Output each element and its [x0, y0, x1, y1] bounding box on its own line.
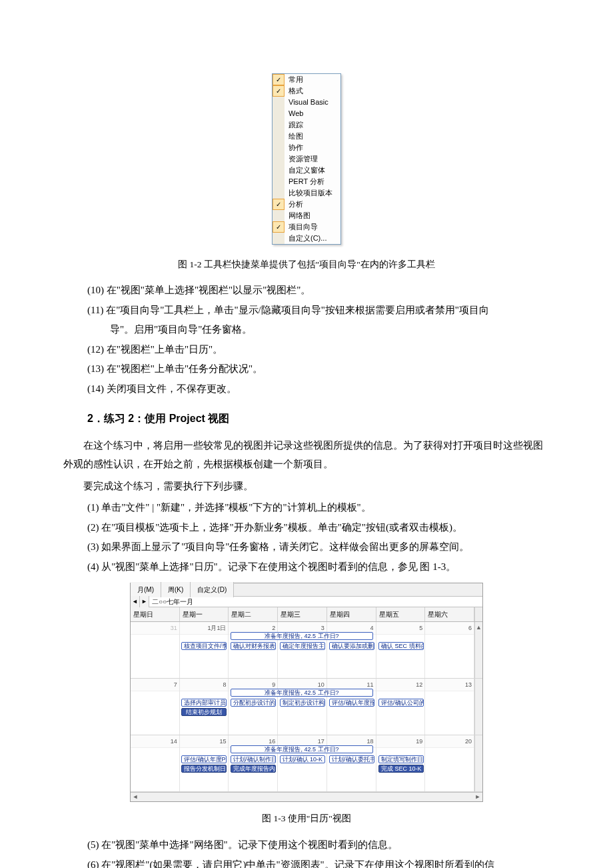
calendar-task-span[interactable]: 准备年度报告, 42.5 工作日?: [231, 632, 373, 640]
calendar-day-cell[interactable]: 11: [327, 679, 376, 735]
menu-item[interactable]: ✓格式: [273, 85, 340, 97]
calendar-task-bar[interactable]: 评估/确认年度报: [329, 699, 374, 707]
calendar-day-cell[interactable]: 12: [376, 679, 426, 735]
calendar-week-row: 311月1日23456▲准备年度报告, 42.5 工作日?核查项目文件/李确认对…: [131, 622, 482, 679]
calendar-task-bar[interactable]: 确定年度报告主: [280, 642, 325, 650]
figure-1-2: ✓常用✓格式Visual BasicWeb跟踪绘图协作资源管理自定义窗体PERT…: [63, 73, 550, 251]
menu-item[interactable]: Visual Basic: [273, 97, 340, 108]
step-14: (14) 关闭项目文件，不保存更改。: [63, 379, 550, 399]
calendar-task-bar[interactable]: 确认对财务报表: [231, 642, 276, 650]
calendar-day-number: 12: [376, 679, 425, 691]
calendar-task-bar[interactable]: 分配初步设计的: [231, 699, 276, 707]
calendar-vscroll-segment[interactable]: [474, 679, 482, 735]
calendar-task-bar[interactable]: 确认要添加或删: [329, 642, 374, 650]
menu-item[interactable]: 自定义窗体: [273, 165, 340, 176]
step-5: (5) 在"视图"菜单中选择"网络图"。记录下使用这个视图时看到的信息。: [63, 835, 550, 855]
calendar-vscroll-segment[interactable]: [474, 735, 482, 791]
menu-item[interactable]: 协作: [273, 142, 340, 153]
calendar-day-number: 7: [131, 679, 179, 691]
calendar-day-cell[interactable]: 3: [278, 622, 327, 678]
calendar-day-cell[interactable]: 7: [131, 679, 180, 735]
check-icon: [273, 119, 285, 131]
menu-item[interactable]: ✓项目向导: [273, 221, 340, 233]
menu-item[interactable]: 比较项目版本: [273, 187, 340, 199]
calendar-day-number: 6: [425, 622, 474, 635]
calendar-day-cell[interactable]: 13: [425, 679, 474, 735]
calendar-task-bar[interactable]: 评估/确认年度P: [181, 755, 227, 763]
step-10: (10) 在"视图"菜单上选择"视图栏"以显示"视图栏"。: [63, 281, 550, 300]
prev-month-button[interactable]: ◄: [131, 596, 140, 607]
calendar-task-span[interactable]: 准备年度报告, 42.5 工作日?: [231, 689, 373, 697]
step-6: (6) 在"视图栏"(如果需要，请启用它)中单击"资源图表"。记录下在使用这个视…: [63, 855, 550, 868]
menu-item[interactable]: PERT 分析: [273, 176, 340, 187]
calendar-day-cell[interactable]: 8: [180, 679, 229, 735]
menu-item[interactable]: ✓常用: [273, 74, 340, 85]
calendar-task-span[interactable]: 准备年度报告, 42.5 工作日?: [231, 745, 373, 753]
step-11-cont: 导"。启用"项目向导"任务窗格。: [63, 320, 550, 339]
calendar-day-header-cell: 星期四: [327, 607, 376, 621]
calendar-day-cell[interactable]: 1月1日: [180, 622, 229, 678]
calendar-day-number: 8: [180, 679, 229, 691]
calendar-month-label: 二○○七年一月: [149, 595, 205, 608]
menu-item-label: 资源管理: [285, 155, 318, 163]
calendar-day-cell[interactable]: 15: [180, 735, 229, 791]
calendar-week-row: 78910111213准备年度报告, 42.5 工作日?选择内部审计员分配初步设…: [131, 679, 482, 735]
calendar-day-cell[interactable]: 9: [229, 679, 278, 735]
check-icon: [273, 210, 285, 221]
calendar-task-bar[interactable]: 计划/确认 10-K: [280, 755, 325, 763]
calendar-task-bar-done[interactable]: 结束初步规划: [181, 708, 227, 716]
calendar-task-bar-done[interactable]: 报告分发机制日: [181, 765, 227, 773]
calendar-day-header-cell: 星期五: [376, 607, 426, 621]
calendar-task-bar[interactable]: 评估/确认公司的: [378, 699, 424, 707]
calendar-vscroll-header: [474, 607, 482, 621]
menu-item[interactable]: 自定义(C)...: [273, 233, 340, 244]
menu-item[interactable]: 绘图: [273, 131, 340, 142]
check-icon: [273, 131, 285, 142]
calendar-task-bar[interactable]: 选择内部审计员: [181, 699, 227, 707]
calendar-day-cell[interactable]: 16: [229, 735, 278, 791]
menu-item[interactable]: 跟踪: [273, 119, 340, 131]
calendar-day-cell[interactable]: 31: [131, 622, 180, 678]
calendar-day-cell[interactable]: 6: [425, 622, 474, 678]
menu-item[interactable]: 网络图: [273, 210, 340, 221]
calendar-day-cell[interactable]: 14: [131, 735, 180, 791]
calendar-task-bar[interactable]: 核查项目文件/李: [181, 642, 227, 650]
calendar-day-cell[interactable]: 10: [278, 679, 327, 735]
calendar-hscrollbar[interactable]: ◄ ►: [131, 792, 482, 801]
calendar-task-bar-done[interactable]: 完成年度报告内: [231, 765, 276, 773]
step-11: (11) 在"项目向导"工具栏上，单击"显示/隐藏项目向导"按钮来根据需要启用或…: [63, 301, 550, 320]
calendar-day-cell[interactable]: 20: [425, 735, 474, 791]
calendar-day-number: 31: [131, 622, 179, 635]
calendar-day-number: 13: [425, 679, 474, 691]
calendar-tabs: 月(M) 周(K) 自定义(D): [131, 583, 482, 597]
calendar-day-cell[interactable]: 19: [376, 735, 426, 791]
next-month-button[interactable]: ►: [140, 596, 149, 607]
menu-item[interactable]: Web: [273, 108, 340, 119]
calendar-day-cell[interactable]: 17: [278, 735, 327, 791]
calendar-day-cell[interactable]: 18: [327, 735, 376, 791]
calendar-task-bar[interactable]: 制定填写制作日: [378, 755, 424, 763]
calendar-task-bar[interactable]: 计划/确认制作日: [231, 755, 276, 763]
menu-item[interactable]: ✓分析: [273, 199, 340, 210]
menu-item-label: 自定义(C)...: [285, 235, 326, 242]
menu-item-label: 绘图: [285, 133, 303, 140]
calendar-day-cell[interactable]: 2: [229, 622, 278, 678]
calendar-task-bar[interactable]: 确认 SEC 填料的: [378, 642, 424, 650]
calendar-body: 311月1日23456▲准备年度报告, 42.5 工作日?核查项目文件/李确认对…: [131, 622, 482, 792]
check-icon: [273, 165, 285, 176]
check-icon: ✓: [273, 221, 285, 233]
calendar-vscroll-segment[interactable]: ▲: [474, 622, 482, 678]
calendar-day-header-cell: 星期六: [425, 607, 474, 621]
calendar-day-cell[interactable]: 5: [376, 622, 426, 678]
calendar-task-bar[interactable]: 计划/确认委托书: [329, 755, 374, 763]
calendar-day-cell[interactable]: 4: [327, 622, 376, 678]
check-icon: [273, 97, 285, 108]
scroll-right-icon[interactable]: ►: [473, 791, 482, 803]
calendar-task-bar-done[interactable]: 完成 SEC 10-K: [378, 765, 424, 773]
scroll-left-icon[interactable]: ◄: [131, 791, 140, 803]
menu-item[interactable]: 资源管理: [273, 153, 340, 165]
section-2-para-2: 要完成这个练习，需要执行下列步骤。: [63, 477, 550, 496]
menu-item-label: 自定义窗体: [285, 167, 325, 174]
figure-1-3: 月(M) 周(K) 自定义(D) ◄ ► 二○○七年一月 星期日星期一星期二星期…: [63, 583, 550, 805]
calendar-task-bar[interactable]: 制定初步设计构: [280, 699, 325, 707]
